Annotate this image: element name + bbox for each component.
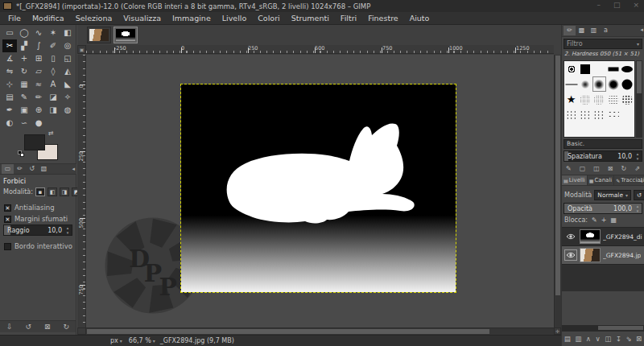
tool-heal[interactable]: ⊕ xyxy=(31,104,46,117)
ruler-corner-button[interactable]: ▣ xyxy=(77,45,86,54)
tool-convolve-blur[interactable]: ◍ xyxy=(60,104,75,117)
navigation-button[interactable]: ✛ xyxy=(554,327,561,335)
tool-scissors-select[interactable]: ✂ xyxy=(2,39,17,52)
menu-livello[interactable]: Livello xyxy=(217,14,253,23)
feather-edges-checkbox[interactable]: ✕ xyxy=(4,216,11,223)
zoom-combo[interactable]: 66,7 % ▾ xyxy=(127,337,157,344)
quick-mask-toggle[interactable] xyxy=(77,327,86,335)
anchor-layer-button[interactable]: ↧ xyxy=(616,335,621,343)
brush-tex1[interactable] xyxy=(578,92,592,107)
dock-page-canali[interactable]: ▦Canali xyxy=(588,175,614,185)
tool-bucket-fill[interactable]: ◣ xyxy=(60,78,75,91)
brush-scroll-thumb[interactable] xyxy=(637,61,642,93)
brush-dots5[interactable] xyxy=(621,107,634,122)
reset-tool-options-button[interactable]: ↻ xyxy=(63,323,69,331)
menu-finestre[interactable]: Finestre xyxy=(362,14,404,23)
dock-menu-button[interactable]: ◂ xyxy=(72,166,75,172)
layers-scroll-thumb[interactable] xyxy=(598,326,643,330)
tool-warp-transform[interactable]: ≈ xyxy=(31,78,46,91)
edit-brush-button[interactable]: ✎ xyxy=(566,165,572,172)
default-colors-icon[interactable] xyxy=(18,150,25,158)
interactive-boundary-checkbox[interactable]: ✕ xyxy=(4,243,11,250)
swap-colors-icon[interactable]: ⇄ xyxy=(48,130,54,137)
layers-scrollbar[interactable] xyxy=(562,325,644,332)
tool-ellipse-select[interactable]: ◯ xyxy=(17,27,31,39)
brush-ellipse[interactable] xyxy=(621,61,634,76)
antialiasing-option[interactable]: ✕ Antialiasing xyxy=(4,204,55,212)
menu-aiuto[interactable]: Aiuto xyxy=(404,14,436,23)
tab-fonts-tab-icon[interactable]: a xyxy=(600,26,612,35)
opacity-spinner[interactable]: ▴▾ xyxy=(634,204,641,213)
tab-undo-history-tab-icon[interactable]: ↺ xyxy=(26,164,38,174)
lower-layer-button[interactable]: ∨ xyxy=(596,335,601,343)
tool-ink[interactable]: ✒ xyxy=(2,104,17,117)
tool-color-picker[interactable]: ✐ xyxy=(46,39,60,52)
unit-combo[interactable]: px ▾ xyxy=(109,337,124,344)
brush-bar[interactable] xyxy=(606,61,620,76)
brush-square[interactable] xyxy=(578,61,592,76)
tool-n-point-deformation[interactable]: ⊹ xyxy=(2,78,17,91)
brush-tag-entry[interactable]: Basic. xyxy=(564,139,642,149)
foreground-color-swatch[interactable] xyxy=(24,134,45,150)
layer-row-photo[interactable]: _GFX2894.jp xyxy=(562,246,644,265)
vscroll-thumb[interactable] xyxy=(555,56,560,295)
lock-alpha-button[interactable]: ▦ xyxy=(610,216,617,224)
tool-dodge-burn[interactable]: ◐ xyxy=(2,117,17,130)
opacity-slider[interactable]: Opacità 100,0 ▴▾ xyxy=(564,203,642,214)
new-brush-button[interactable]: ▢ xyxy=(580,165,586,172)
brush-blank[interactable] xyxy=(592,61,606,76)
delete-brush-button[interactable]: ⊠ xyxy=(608,165,613,172)
tab-patterns-tab-icon[interactable]: ▩ xyxy=(576,26,588,35)
tool-transform-3d[interactable]: ◭ xyxy=(60,65,75,78)
tool-paths[interactable]: ∫ xyxy=(31,39,46,52)
hscroll-thumb[interactable] xyxy=(87,329,489,334)
antialiasing-checkbox[interactable]: ✕ xyxy=(4,204,11,212)
tool-crop[interactable]: ▯ xyxy=(46,52,60,65)
tool-paint-blob[interactable]: ● xyxy=(31,117,46,130)
vertical-scrollbar[interactable] xyxy=(554,55,561,327)
brush-soft2[interactable] xyxy=(592,76,606,92)
raise-layer-button[interactable]: ∧ xyxy=(586,335,591,343)
brush-filter-combo[interactable]: Filtro ▾ xyxy=(564,39,642,49)
tool-rectangle-select[interactable]: ▭ xyxy=(2,27,17,39)
brush-star[interactable]: ★ xyxy=(564,92,578,107)
menu-file[interactable]: File xyxy=(2,14,27,23)
tool-select-by-color[interactable]: ◧ xyxy=(60,27,75,39)
tool-unified-transform[interactable]: ◱ xyxy=(60,52,75,65)
tool-clone[interactable]: ▣ xyxy=(17,104,31,117)
menu-immagine[interactable]: Immagine xyxy=(167,14,217,23)
tool-gradient[interactable]: ▤ xyxy=(2,91,17,104)
tool-free-select[interactable]: ∿ xyxy=(31,27,46,39)
tool-align[interactable]: ⊞ xyxy=(31,52,46,65)
radius-spinner[interactable]: ▴▾ xyxy=(64,225,71,235)
mode-subtract-button[interactable]: ◨ xyxy=(60,187,69,196)
open-brush-as-image-button[interactable]: ⇗ xyxy=(634,165,640,172)
layer-mode-switch[interactable]: ↺ ▾ xyxy=(634,190,644,200)
new-layer-button[interactable]: ▤ xyxy=(564,335,571,343)
tool-fuzzy-select[interactable]: ✶ xyxy=(46,27,60,39)
brush-tex4[interactable] xyxy=(621,92,634,107)
tool-smudge[interactable]: ∽ xyxy=(17,117,31,130)
delete-layer-button[interactable]: ⊠ xyxy=(636,335,642,343)
menu-filtri[interactable]: Filtri xyxy=(335,14,362,23)
brushes-dock-menu-button[interactable]: ◂ xyxy=(640,27,643,33)
tool-perspective[interactable]: ◊ xyxy=(46,65,60,78)
radius-slider[interactable]: Raggio 10,0 ▴▾ xyxy=(3,224,72,236)
canvas-viewport[interactable]: D P P xyxy=(86,55,554,327)
image-tab-photo[interactable] xyxy=(87,27,111,43)
brush-soft3[interactable] xyxy=(606,76,620,92)
dock-page-livelli[interactable]: ▤Livelli xyxy=(562,175,588,185)
brush-dots1[interactable] xyxy=(564,107,578,122)
save-tool-preset-button[interactable]: ⇩ xyxy=(6,323,13,331)
tool-perspective-clone[interactable]: ◨ xyxy=(46,104,60,117)
tool-shear[interactable]: ▱ xyxy=(31,65,46,78)
horizontal-scrollbar[interactable] xyxy=(86,327,554,335)
brush-dots3[interactable] xyxy=(592,107,606,122)
feather-edges-option[interactable]: ✕ Margini sfumati xyxy=(4,215,68,223)
tool-cage-transform[interactable]: ▦ xyxy=(17,78,31,91)
menu-visualizza[interactable]: Visualizza xyxy=(118,14,167,23)
tab-tool-options-tab-icon[interactable]: ▭ xyxy=(2,164,14,174)
tool-measure[interactable]: ∡ xyxy=(2,52,17,65)
layer-visibility-mask[interactable] xyxy=(564,231,577,242)
brush-dots4[interactable] xyxy=(606,107,620,122)
